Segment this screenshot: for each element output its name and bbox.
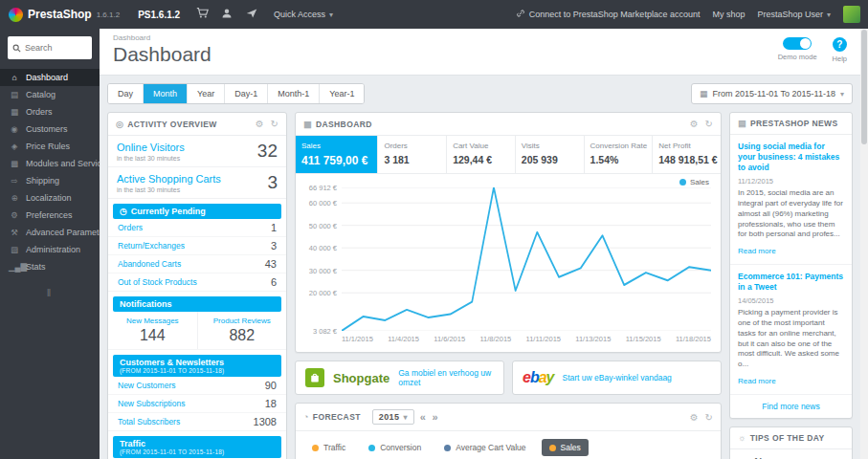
traffic-dot-icon	[312, 445, 319, 451]
shopgate-link[interactable]: Ga mobiel en verhoog uw omzet	[398, 368, 494, 387]
kpi-label: Conversion Rate	[590, 142, 647, 150]
sidebar-item-label: Customers	[26, 124, 68, 134]
row-link[interactable]: Orders	[118, 223, 143, 232]
quick-access-menu[interactable]: Quick Access ▾	[264, 10, 343, 19]
sidebar-item-customers[interactable]: ◉ Customers	[0, 120, 100, 138]
read-more-link[interactable]: Read more	[738, 377, 776, 385]
sidebar-item-advanced-parameters[interactable]: ⚒ Advanced Parameters	[0, 224, 100, 241]
row-link[interactable]: New Customers	[118, 381, 175, 390]
active-carts-link[interactable]: Active Shopping Carts	[117, 173, 221, 185]
demo-mode-toggle[interactable]	[783, 37, 812, 50]
find-more-news-link[interactable]: Find more news	[730, 395, 852, 418]
sidebar-item-modules[interactable]: ▩ Modules and Services	[0, 155, 100, 172]
sidebar-item-preferences[interactable]: ⚙ Preferences	[0, 207, 100, 224]
filter-month-button[interactable]: Month	[144, 84, 188, 103]
year-select[interactable]: 2015 ▾	[372, 409, 414, 425]
marketplace-link[interactable]: Connect to PrestaShop Marketplace accoun…	[516, 9, 701, 20]
page-header: Dashboard Dashboard Demo mode ? Help	[100, 29, 860, 76]
previous-year-button[interactable]: «	[420, 411, 427, 423]
product-reviews-link[interactable]: Product Reviews	[202, 317, 283, 325]
filter-day-button[interactable]: Day	[108, 84, 144, 103]
refresh-icon[interactable]: ↻	[705, 119, 713, 129]
prestashop-logo[interactable]: PrestaShop 1.6.1.2	[0, 0, 128, 29]
forecast-chip-traffic[interactable]: Traffic	[304, 439, 353, 456]
shopgate-logo-icon	[305, 368, 324, 387]
paper-plane-icon	[246, 6, 257, 23]
row-link[interactable]: Total Subscribers	[118, 417, 180, 426]
kpi-value: 3 181	[384, 154, 440, 165]
user-avatar[interactable]	[843, 6, 860, 23]
sidebar-item-shipping[interactable]: ⇨ Shipping	[0, 172, 100, 189]
forecast-chip-average-cart-value[interactable]: Average Cart Value	[436, 439, 533, 456]
y-tick-label: 20 000 €	[309, 289, 337, 297]
filter-month-1-button[interactable]: Month-1	[268, 84, 320, 103]
row-link[interactable]: Return/Exchanges	[118, 241, 185, 251]
user-menu[interactable]: PrestaShop User ▾	[757, 10, 831, 19]
forecast-icon: ◔	[303, 412, 309, 422]
vertical-scrollbar[interactable]	[860, 29, 868, 459]
year-value: 2015	[379, 412, 400, 422]
sidebar-item-dashboard[interactable]: ⌂ Dashboard	[0, 69, 100, 86]
sidebar-item-stats[interactable]: ▁▄▇ Stats	[0, 258, 100, 275]
kpi-cart-value[interactable]: Cart Value 129,44 €	[447, 136, 516, 173]
sidebar-item-price-rules[interactable]: ◈ Price Rules	[0, 138, 100, 155]
forecast-chip-sales[interactable]: Sales	[542, 439, 589, 456]
ebay-link[interactable]: Start uw eBay-winkel vandaag	[563, 373, 672, 382]
kpi-orders[interactable]: Orders 3 181	[378, 136, 447, 173]
kpi-net-profit[interactable]: Net Profit 148 918,51 €	[653, 136, 721, 173]
kpi-conversion-rate[interactable]: Conversion Rate 1.54%	[585, 136, 654, 173]
sidebar-item-administration[interactable]: ▨ Administration	[0, 241, 100, 258]
ebay-letter: a	[539, 369, 546, 385]
online-visitors-link[interactable]: Online Visitors	[117, 142, 185, 153]
customer-notifications-button[interactable]	[214, 0, 239, 29]
dashboard-panel: ▦ Dashboard ⚙ ↻ Sales 411 759,00 € Order…	[295, 112, 722, 353]
refresh-icon[interactable]: ↻	[705, 412, 713, 423]
tips-of-the-day-panel: ☼ Tips of the day Geef je Sales in het b…	[729, 426, 853, 459]
next-year-button[interactable]: »	[432, 411, 438, 423]
new-messages-link[interactable]: New Messages	[112, 317, 193, 325]
demo-mode-control: Demo mode	[778, 37, 817, 63]
forecast-legend: Traffic Conversion Average Cart Value Sa…	[296, 431, 721, 459]
sidebar-item-catalog[interactable]: ▤ Catalog	[0, 86, 100, 103]
article-title-link[interactable]: Using social media for your business: 4 …	[738, 142, 844, 173]
x-tick-label: 11/4/2015	[388, 335, 419, 343]
read-more-link[interactable]: Read more	[738, 247, 776, 255]
row-link[interactable]: Abandoned Carts	[118, 259, 181, 269]
active-carts-value: 3	[267, 173, 278, 191]
filter-day-1-button[interactable]: Day-1	[225, 84, 268, 103]
scrollbar-thumb[interactable]	[861, 30, 867, 144]
refresh-icon[interactable]: ↻	[271, 119, 278, 129]
activity-overview-panel: ◎ Activity overview ⚙ ↻ Online Visitors …	[107, 112, 287, 459]
sidebar-collapse-button[interactable]: ‖	[0, 275, 100, 310]
gear-icon[interactable]: ⚙	[256, 119, 264, 129]
bar-chart-icon: ▁▄▇	[9, 262, 20, 272]
search-input[interactable]	[25, 43, 87, 53]
article-excerpt: In 2015, social media are an integral pa…	[738, 188, 844, 240]
gear-icon[interactable]: ⚙	[690, 119, 699, 129]
cart-notifications-button[interactable]	[189, 0, 214, 29]
my-shop-label: My shop	[712, 10, 745, 19]
row-link[interactable]: Out of Stock Products	[118, 277, 197, 287]
gear-icon[interactable]: ⚙	[690, 412, 699, 423]
dashboard-panel-title-row: ▦ Dashboard	[303, 120, 690, 129]
my-shop-link[interactable]: My shop	[712, 10, 745, 19]
news-article: Ecommerce 101: Payments in a Tweet 14/05…	[730, 265, 852, 395]
x-tick-label: 11/6/2015	[434, 335, 465, 343]
sidebar-item-localization[interactable]: ⊕ Localization	[0, 189, 100, 207]
message-notifications-button[interactable]	[239, 0, 264, 29]
forecast-chip-conversion[interactable]: Conversion	[361, 439, 429, 456]
row-link[interactable]: New Subscriptions	[118, 399, 185, 408]
kpi-sales[interactable]: Sales 411 759,00 €	[296, 136, 378, 173]
kpi-visits[interactable]: Visits 205 939	[516, 136, 585, 173]
sidebar-item-orders[interactable]: ▦ Orders	[0, 103, 100, 120]
date-range-button[interactable]: ▦ From 2015-11-01 To 2015-11-18 ▾	[691, 83, 853, 104]
shopgate-module: Shopgate Ga mobiel en verhoog uw omzet	[295, 361, 504, 395]
filter-year-button[interactable]: Year	[188, 84, 225, 103]
filter-year-1-button[interactable]: Year-1	[320, 84, 364, 103]
ebay-letter: e	[523, 369, 530, 385]
activity-panel-title-row: ◎ Activity overview	[116, 120, 256, 129]
shop-name: PS1.6.1.2	[128, 0, 189, 29]
help-icon[interactable]: ?	[833, 37, 847, 52]
article-title-link[interactable]: Ecommerce 101: Payments in a Tweet	[738, 272, 844, 293]
legend-dot	[679, 179, 686, 186]
